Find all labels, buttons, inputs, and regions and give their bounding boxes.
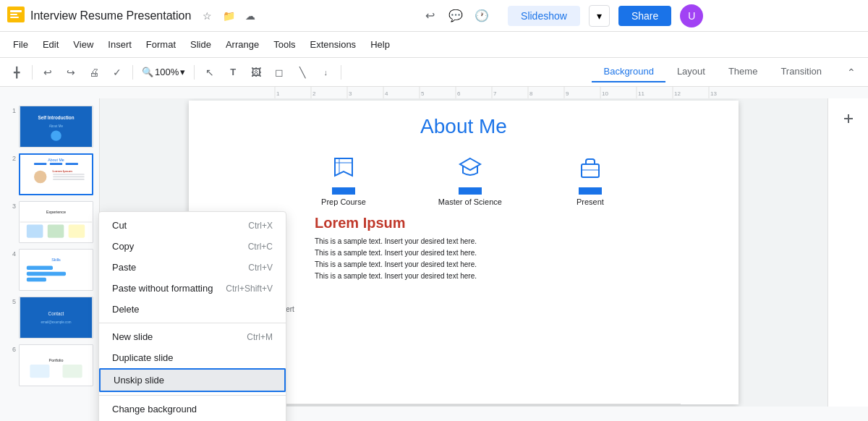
cloud-save-icon[interactable]: ☁ (242, 7, 259, 25)
menu-insert[interactable]: Insert (101, 36, 139, 53)
print-toolbar-btn[interactable]: 🖨 (83, 61, 105, 83)
ctx-paste-shortcut: Ctrl+V (248, 263, 273, 273)
ctx-new-slide-shortcut: Ctrl+M (247, 332, 273, 342)
redo-toolbar-btn[interactable]: ↪ (60, 61, 82, 83)
tab-background[interactable]: Background (592, 61, 665, 82)
insert-toolbar-btn[interactable]: ↓ (315, 61, 336, 83)
about-lorem: Lorem Ipsum This is a sample text. Inser… (309, 215, 724, 396)
slide-thumb-1[interactable]: 1 Self Introduction About Me (4, 104, 95, 149)
svg-rect-64 (582, 164, 599, 177)
share-button[interactable]: Share (618, 6, 671, 26)
menu-arrange[interactable]: Arrange (218, 36, 266, 53)
menu-file[interactable]: File (6, 36, 35, 53)
lorem-title[interactable]: Lorem Ipsum (315, 215, 724, 231)
ctx-new-slide-label: New slide (112, 331, 153, 342)
ctx-change-background[interactable]: Change background (99, 399, 286, 420)
icon-item-2: Master of Science (438, 151, 502, 206)
svg-rect-2 (10, 14, 17, 15)
toolbar-divider-4 (341, 65, 341, 80)
menu-extensions[interactable]: Extensions (303, 36, 364, 53)
lorem-text-3[interactable]: This is a sample text. Insert your desir… (315, 259, 724, 271)
toolbar-divider-3 (194, 65, 195, 80)
ctx-copy[interactable]: Copy Ctrl+C (99, 236, 286, 257)
ctx-duplicate-slide[interactable]: Duplicate slide (99, 347, 286, 368)
line-toolbar-btn[interactable]: ╲ (292, 61, 313, 83)
ctx-unskip-slide-label: Unskip slide (114, 375, 164, 386)
collapse-toolbar-btn[interactable]: ⌃ (841, 61, 862, 83)
ctx-divider-2 (99, 395, 286, 396)
svg-rect-44 (53, 179, 85, 180)
about-title: About Me (189, 115, 739, 138)
ctx-cut[interactable]: Cut Ctrl+X (99, 215, 286, 236)
svg-rect-48 (27, 225, 43, 238)
svg-rect-39 (66, 163, 78, 165)
menu-help[interactable]: Help (363, 36, 397, 53)
new-slide-toolbar-btn[interactable]: ╋ (6, 61, 27, 83)
icon-item-3: Present (574, 151, 606, 206)
app-icon[interactable] (6, 4, 26, 27)
slide-thumb-3[interactable]: 3 Experience (4, 200, 95, 244)
svg-rect-38 (50, 163, 62, 165)
ctx-copy-label: Copy (112, 241, 134, 252)
ctx-cut-label: Cut (112, 220, 127, 231)
menu-slide[interactable]: Slide (183, 36, 218, 53)
cursor-toolbar-btn[interactable]: ↖ (199, 61, 221, 83)
star-icon[interactable]: ☆ (198, 7, 216, 25)
lorem-text-1[interactable]: This is a sample text. Insert your desir… (315, 236, 724, 247)
tab-transition[interactable]: Transition (769, 61, 833, 82)
move-icon[interactable]: 📁 (220, 7, 237, 25)
ctx-divider-1 (99, 323, 286, 323)
slide-thumb-2[interactable]: 2 About Me Lorem Ipsum (4, 152, 95, 197)
sidebar-add-btn[interactable] (834, 104, 863, 133)
ctx-paste-no-format-label: Paste without formatting (112, 283, 213, 294)
slide-num-4: 4 (6, 249, 16, 258)
slide-thumb-6[interactable]: 6 Portfolio (4, 343, 95, 388)
svg-rect-62 (63, 365, 82, 378)
slide-num-2: 2 (6, 153, 16, 162)
svg-point-40 (34, 171, 46, 183)
lorem-text-2[interactable]: This is a sample text. Insert your desir… (315, 247, 724, 259)
svg-text:4: 4 (385, 90, 388, 97)
zoom-control[interactable]: 🔍 100% ▾ (137, 65, 190, 79)
ctx-delete[interactable]: Delete (99, 299, 286, 320)
ctx-paste[interactable]: Paste Ctrl+V (99, 257, 286, 278)
undo-icon[interactable]: ↩ (418, 4, 441, 27)
svg-text:Portfolio: Portfolio (49, 358, 64, 362)
slide-preview-5: Contact email@example.com (19, 297, 93, 339)
tab-theme[interactable]: Theme (717, 61, 769, 82)
slide-preview-1: Self Introduction About Me (19, 106, 93, 148)
slideshow-button[interactable]: Slideshow (508, 6, 580, 26)
menu-tools[interactable]: Tools (266, 36, 302, 53)
slide-num-6: 6 (6, 344, 16, 353)
comment-icon[interactable]: 💬 (444, 4, 467, 27)
slide-thumb-5[interactable]: 5 Contact email@example.com (4, 295, 95, 340)
present-dropdown-icon: ▾ (597, 10, 602, 22)
history-icon[interactable]: 🕐 (470, 4, 493, 27)
context-menu: Cut Ctrl+X Copy Ctrl+C Paste Ctrl+V Past… (98, 211, 286, 421)
icon-bar-3 (579, 187, 602, 195)
svg-text:12: 12 (674, 90, 681, 97)
slide-preview-4: Skills (19, 249, 93, 291)
ctx-change-background-label: Change background (112, 404, 197, 414)
present-dropdown-button[interactable]: ▾ (589, 5, 610, 27)
spell-check-toolbar-btn[interactable]: ✓ (106, 61, 128, 83)
lorem-text-4[interactable]: This is a sample text. Insert your desir… (315, 271, 724, 282)
menu-view[interactable]: View (66, 36, 101, 53)
menu-format[interactable]: Format (139, 36, 183, 53)
svg-text:email@example.com: email@example.com (41, 320, 71, 324)
tab-layout[interactable]: Layout (665, 61, 717, 82)
undo-toolbar-btn[interactable]: ↩ (37, 61, 59, 83)
icon-label-1: Prep Course (321, 197, 366, 206)
menu-edit[interactable]: Edit (35, 36, 66, 53)
slide-thumb-4[interactable]: 4 Skills (4, 247, 95, 292)
book-icon (328, 151, 359, 183)
ctx-unskip-slide[interactable]: Unskip slide (99, 368, 286, 392)
svg-rect-61 (30, 365, 49, 378)
svg-rect-55 (27, 278, 46, 281)
image-toolbar-btn[interactable]: 🖼 (245, 61, 267, 83)
ctx-new-slide[interactable]: New slide Ctrl+M (99, 326, 286, 347)
text-toolbar-btn[interactable]: T (222, 61, 244, 83)
shapes-toolbar-btn[interactable]: ◻ (268, 61, 290, 83)
ctx-paste-no-format[interactable]: Paste without formatting Ctrl+Shift+V (99, 278, 286, 299)
avatar[interactable]: U (680, 4, 703, 27)
